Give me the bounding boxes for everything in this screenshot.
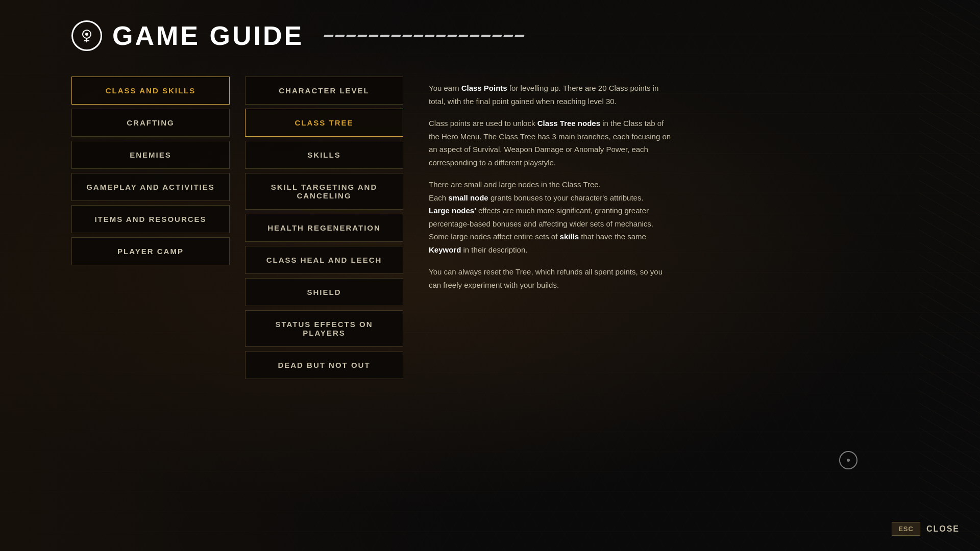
middle-menu-skills[interactable]: SKILLS <box>245 141 403 169</box>
right-content: You earn Class Points for levelling up. … <box>419 77 684 379</box>
content-paragraph-p3: There are small and large nodes in the C… <box>429 178 674 256</box>
game-guide-icon <box>71 20 102 51</box>
left-menu-class-and-skills[interactable]: CLASS AND SKILLS <box>71 77 230 105</box>
left-menu-gameplay-activities[interactable]: GAMEPLAY AND ACTIVITIES <box>71 173 230 201</box>
left-column: CLASS AND SKILLSCRAFTINGENEMIESGAMEPLAY … <box>71 77 230 379</box>
content-paragraph-p1: You earn Class Points for levelling up. … <box>429 82 674 108</box>
middle-column: CHARACTER LEVELCLASS TREESKILLSSKILL TAR… <box>245 77 403 379</box>
content-paragraph-p4: You can always reset the Tree, which ref… <box>429 265 674 291</box>
left-menu-items-resources[interactable]: ITEMS AND RESOURCES <box>71 205 230 233</box>
content-body: You earn Class Points for levelling up. … <box>429 82 674 291</box>
header: GAME GUIDE <box>0 0 980 66</box>
middle-menu-dead-not-out[interactable]: DEAD BUT NOT OUT <box>245 351 403 379</box>
middle-menu-class-heal[interactable]: CLASS HEAL AND LEECH <box>245 246 403 274</box>
left-menu-enemies[interactable]: ENEMIES <box>71 141 230 169</box>
cursor-dot <box>847 459 850 462</box>
middle-menu-health-regen[interactable]: HEALTH REGENERATION <box>245 214 403 242</box>
middle-menu-skill-targeting[interactable]: SKILL TARGETING AND CANCELING <box>245 173 403 210</box>
svg-point-3 <box>85 33 88 36</box>
main-content: GAME GUIDE CLASS AND SKILLSCRAFTINGENEMI… <box>0 0 980 551</box>
left-menu-crafting[interactable]: CRAFTING <box>71 109 230 137</box>
middle-menu-status-effects[interactable]: STATUS EFFECTS ON PLAYERS <box>245 310 403 347</box>
content-paragraph-p2: Class points are used to unlock Class Tr… <box>429 117 674 169</box>
middle-menu-shield[interactable]: SHIELD <box>245 278 403 306</box>
header-divider <box>324 35 524 37</box>
esc-label[interactable]: ESC <box>892 522 920 536</box>
left-menu-player-camp[interactable]: PLAYER CAMP <box>71 237 230 265</box>
close-label[interactable]: CLOSE <box>926 524 960 534</box>
middle-menu-class-tree[interactable]: CLASS TREE <box>245 109 403 137</box>
page-title: GAME GUIDE <box>112 20 304 51</box>
main-layout: CLASS AND SKILLSCRAFTINGENEMIESGAMEPLAY … <box>0 71 980 384</box>
close-button[interactable]: ESC CLOSE <box>892 522 960 536</box>
cursor-indicator <box>839 451 857 469</box>
middle-menu-character-level[interactable]: CHARACTER LEVEL <box>245 77 403 105</box>
